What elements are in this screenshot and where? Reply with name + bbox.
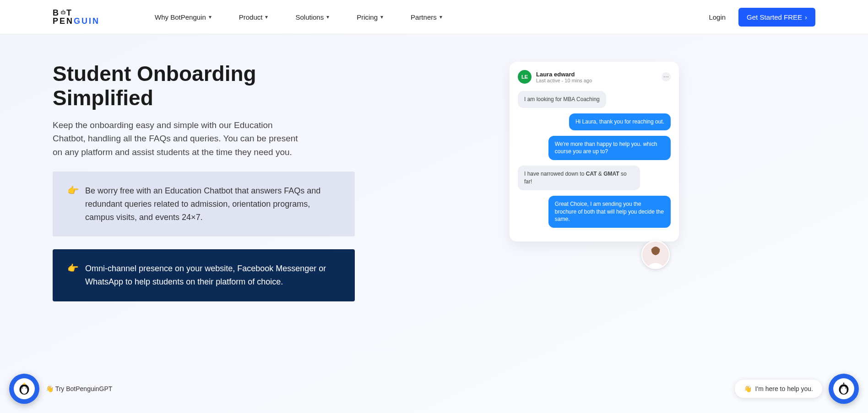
logo-text: GUIN — [74, 16, 100, 26]
msg-bold: GMAT — [603, 171, 619, 177]
feature-card-dark: 👉 Omni-channel presence on your website,… — [53, 249, 355, 301]
hero-left: Student Onboarding Simplified Keep the o… — [53, 62, 355, 314]
chat-preview-card: LE Laura edward Last active - 10 mins ag… — [510, 62, 679, 241]
hero-right: LE Laura edward Last active - 10 mins ag… — [373, 62, 815, 314]
logo-char: T — [66, 8, 73, 17]
chat-status: Last active - 10 mins ago — [536, 78, 592, 83]
svg-rect-1 — [61, 11, 65, 14]
chevron-down-icon: ▾ — [209, 14, 212, 20]
chevron-down-icon: ▾ — [439, 14, 442, 20]
nav-product[interactable]: Product ▾ — [239, 13, 268, 21]
widget-left: 👋 Try BotPenguinGPT — [9, 374, 112, 404]
botpenguin-gpt-button[interactable] — [9, 374, 39, 404]
chat-widget-button[interactable] — [829, 374, 859, 404]
chat-name: Laura edward — [536, 71, 592, 78]
feature-card-light: 👉 Be worry free with an Education Chatbo… — [53, 172, 355, 236]
page-subtitle: Keep the onboarding easy and simple with… — [53, 118, 300, 159]
chat-msg-bot: Great Choice, I am sending you the broch… — [548, 196, 671, 228]
chat-msg-user: I have narrowed down to CAT & GMAT so fa… — [518, 166, 640, 190]
msg-bold: CAT — [586, 171, 597, 177]
try-gpt-label[interactable]: 👋 Try BotPenguinGPT — [46, 385, 112, 392]
card-text: Omni-channel presence on your website, F… — [85, 262, 340, 289]
svg-point-0 — [63, 10, 64, 11]
main-nav: Why BotPenguin ▾ Product ▾ Solutions ▾ P… — [155, 13, 709, 21]
brand-logo[interactable]: BT PENGUIN — [53, 9, 100, 25]
nav-label: Solutions — [295, 13, 324, 21]
try-gpt-text: Try BotPenguinGPT — [55, 385, 113, 392]
header: BT PENGUIN Why BotPenguin ▾ Product ▾ So… — [0, 0, 868, 34]
nav-why[interactable]: Why BotPenguin ▾ — [155, 13, 212, 21]
get-started-button[interactable]: Get Started FREE › — [738, 8, 815, 27]
msg-text: & — [597, 171, 604, 177]
msg-text: I have narrowed down to — [524, 171, 586, 177]
chat-header: LE Laura edward Last active - 10 mins ag… — [518, 70, 671, 84]
robot-face-icon — [60, 9, 66, 17]
help-bubble[interactable]: 👋 I'm here to help you. — [735, 380, 822, 398]
chat-body: I am looking for MBA Coaching Hi Laura, … — [518, 91, 671, 233]
nav-label: Partners — [411, 13, 437, 21]
nav-partners[interactable]: Partners ▾ — [411, 13, 442, 21]
point-right-icon: 👉 — [67, 262, 79, 289]
svg-point-17 — [845, 388, 846, 389]
svg-point-2 — [62, 12, 63, 13]
chevron-down-icon: ▾ — [380, 14, 383, 20]
nav-pricing[interactable]: Pricing ▾ — [357, 13, 383, 21]
svg-point-11 — [26, 388, 27, 389]
page-title: Student Onboarding Simplified — [53, 62, 355, 110]
chevron-down-icon: ▾ — [265, 14, 268, 20]
penguin-icon — [14, 378, 35, 399]
help-text: I'm here to help you. — [755, 385, 813, 392]
chevron-down-icon: ▾ — [326, 14, 329, 20]
svg-point-18 — [843, 383, 845, 384]
header-right: Login Get Started FREE › — [709, 8, 815, 27]
main-content: Student Onboarding Simplified Keep the o… — [0, 34, 868, 314]
nav-label: Pricing — [357, 13, 378, 21]
nav-label: Why BotPenguin — [155, 13, 206, 21]
penguin-icon — [833, 378, 854, 399]
chat-msg-bot: Hi Laura, thank you for reaching out. — [569, 113, 671, 130]
chat-msg-bot: We're more than happy to help you. which… — [548, 136, 671, 161]
svg-point-10 — [22, 388, 23, 389]
logo-char: B — [53, 8, 60, 17]
login-link[interactable]: Login — [709, 13, 726, 21]
chat-menu-icon[interactable]: ⋯ — [662, 72, 671, 81]
nav-label: Product — [239, 13, 263, 21]
chat-avatar: LE — [518, 70, 532, 84]
wave-icon: 👋 — [46, 385, 54, 392]
chevron-right-icon: › — [805, 13, 807, 21]
chat-msg-user: I am looking for MBA Coaching — [518, 91, 606, 108]
card-text: Be worry free with an Education Chatbot … — [85, 184, 340, 224]
cta-label: Get Started FREE — [747, 13, 802, 21]
nav-solutions[interactable]: Solutions ▾ — [295, 13, 329, 21]
point-right-icon: 👉 — [67, 184, 79, 224]
profile-photo — [641, 241, 670, 269]
logo-text: PEN — [53, 16, 74, 26]
svg-point-3 — [64, 12, 65, 13]
svg-point-16 — [841, 388, 842, 389]
chat-header-text: Laura edward Last active - 10 mins ago — [536, 71, 592, 83]
widget-right: 👋 I'm here to help you. — [735, 374, 859, 404]
wave-icon: 👋 — [744, 385, 752, 392]
